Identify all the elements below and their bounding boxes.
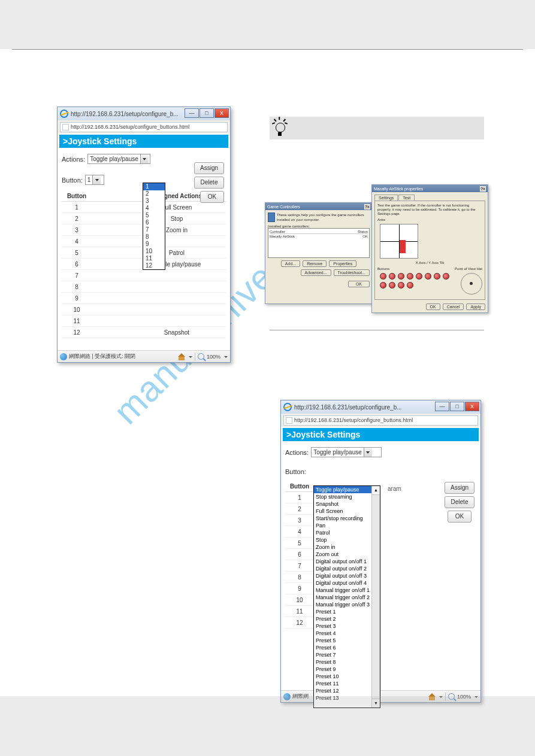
table-row[interactable]: 11 [285,606,314,617]
maximize-button[interactable]: □ [200,108,214,118]
table-row[interactable]: 1 [285,492,314,503]
table-row[interactable]: 3 [285,515,314,526]
dropdown-item[interactable]: 8 [143,233,165,241]
table-row[interactable]: 7 [62,270,226,281]
dropdown-item[interactable]: 2 [143,190,165,198]
ok-button[interactable]: OK [348,281,370,287]
dropdown-item[interactable]: Manual trigger on/off 3 [314,601,371,608]
remove-button[interactable]: Remove [303,260,327,267]
dropdown-item[interactable]: Patrol [314,529,371,536]
table-row[interactable]: 8 [62,281,226,293]
apply-button[interactable]: Apply [466,303,485,310]
scrollbar[interactable] [371,486,380,708]
dropdown-item[interactable]: 1 [143,183,165,190]
dropdown-item[interactable]: 12 [143,262,165,269]
table-row[interactable]: 6 [285,549,314,560]
dropdown-item[interactable]: 9 [143,241,165,248]
troubleshoot-button[interactable]: Troubleshoot... [334,269,370,276]
minimize-button[interactable]: — [435,402,449,411]
controller-list[interactable]: Controller Status Macally AirStick OK [268,228,370,258]
dropdown-item[interactable]: Digital output on/off 1 [314,558,371,565]
advanced-button[interactable]: Advanced... [301,269,331,276]
close-icon[interactable]: ?× [480,186,486,192]
assign-button[interactable]: Assign [445,482,474,494]
table-row[interactable]: 11 [62,315,226,327]
dropdown-item[interactable]: Pan [314,522,371,529]
dialog-titlebar[interactable]: Macally AirStick properties ?× [372,185,488,192]
close-icon[interactable]: ?× [364,204,370,210]
ok-button[interactable]: OK [448,511,471,523]
assign-button[interactable]: Assign [194,162,224,174]
dropdown-item[interactable]: Full Screen [314,508,371,515]
dropdown-item[interactable]: Zoom out [314,551,371,558]
home-icon[interactable] [178,353,185,360]
table-row[interactable]: 10 [62,304,226,315]
properties-button[interactable]: Properties [329,260,356,267]
button-number-dropdown[interactable]: 123456789101112 [143,183,165,270]
dropdown-item[interactable]: Preset 11 [314,680,371,687]
table-row[interactable]: 12Snapshot [62,327,226,338]
dropdown-item[interactable]: Digital output on/off 4 [314,579,371,587]
table-row[interactable]: 5 [285,538,314,549]
dropdown-item[interactable]: Preset 7 [314,651,371,658]
dropdown-item[interactable]: Preset 10 [314,673,371,680]
address-field[interactable]: http://192.168.6.231/setup/configure_but… [60,122,228,132]
dropdown-item[interactable]: Start/stop recording [314,515,371,522]
close-button[interactable]: X [214,108,229,118]
dropdown-item[interactable]: Manual trigger on/off 1 [314,587,371,594]
table-row[interactable]: 10 [285,594,314,606]
add-button[interactable]: Add... [281,260,300,267]
table-row[interactable]: 7 [285,560,314,572]
zoom-icon[interactable] [198,353,204,360]
dropdown-item[interactable]: 4 [143,205,165,212]
tab-settings[interactable]: Settings [374,195,398,201]
table-row[interactable]: 2 [285,503,314,515]
dropdown-item[interactable]: 6 [143,219,165,226]
dropdown-item[interactable]: Preset 6 [314,644,371,651]
dropdown-item[interactable]: Digital output on/off 3 [314,572,371,579]
maximize-button[interactable]: □ [450,402,464,411]
table-row[interactable]: 12 [285,617,314,629]
dropdown-item[interactable]: Preset 12 [314,687,371,694]
table-row[interactable]: 9 [62,293,226,304]
dropdown-item[interactable]: 7 [143,226,165,233]
dropdown-item[interactable]: Stop streaming [314,493,371,500]
dropdown-item[interactable]: Snapshot [314,500,371,508]
dropdown-item[interactable]: Preset 2 [314,615,371,623]
dropdown-item[interactable]: 3 [143,198,165,205]
button-select[interactable]: 1 [85,175,104,185]
address-field[interactable]: http://192.168.6.231/setup/configure_but… [283,415,478,426]
minimize-button[interactable]: — [185,108,199,118]
ok-button[interactable]: OK [200,191,224,203]
table-row[interactable]: 4 [285,526,314,538]
tab-test[interactable]: Test [398,195,415,201]
table-row[interactable]: 8 [285,572,314,583]
dropdown-item[interactable]: Preset 4 [314,630,371,637]
actions-select[interactable]: Toggle play/pause [87,154,150,164]
chevron-down-icon[interactable] [223,354,228,360]
delete-button[interactable]: Delete [445,496,474,508]
dropdown-item[interactable]: Manual trigger on/off 2 [314,594,371,601]
dropdown-item[interactable]: Zoom in [314,544,371,551]
titlebar[interactable]: http://192.168.6.231/setup/configure_b..… [281,400,480,414]
dialog-titlebar[interactable]: Game Controllers ?× [265,203,372,210]
dropdown-item[interactable]: Preset 5 [314,637,371,644]
table-row[interactable]: 9 [285,583,314,594]
dropdown-item[interactable]: 5 [143,212,165,219]
dropdown-item[interactable]: Toggle play/pause [314,486,371,493]
delete-button[interactable]: Delete [194,177,224,189]
dropdown-item[interactable]: 10 [143,248,165,255]
ok-button[interactable]: OK [426,303,440,310]
dropdown-item[interactable]: Stop [314,536,371,544]
actions-select[interactable]: Toggle play/pause [311,447,382,457]
dropdown-item[interactable]: Preset 9 [314,666,371,673]
dropdown-item[interactable]: Preset 3 [314,623,371,630]
close-button[interactable]: X [465,402,479,411]
cancel-button[interactable]: Cancel [443,303,464,310]
actions-dropdown[interactable]: Toggle play/pauseStop streamingSnapshotF… [313,485,380,708]
dropdown-item[interactable]: 11 [143,255,165,262]
titlebar[interactable]: http://192.168.6.231/setup/configure_b..… [58,107,230,120]
chevron-down-icon[interactable] [188,354,192,360]
dropdown-item[interactable]: Digital output on/off 2 [314,565,371,572]
dropdown-item[interactable]: Preset 1 [314,608,371,615]
